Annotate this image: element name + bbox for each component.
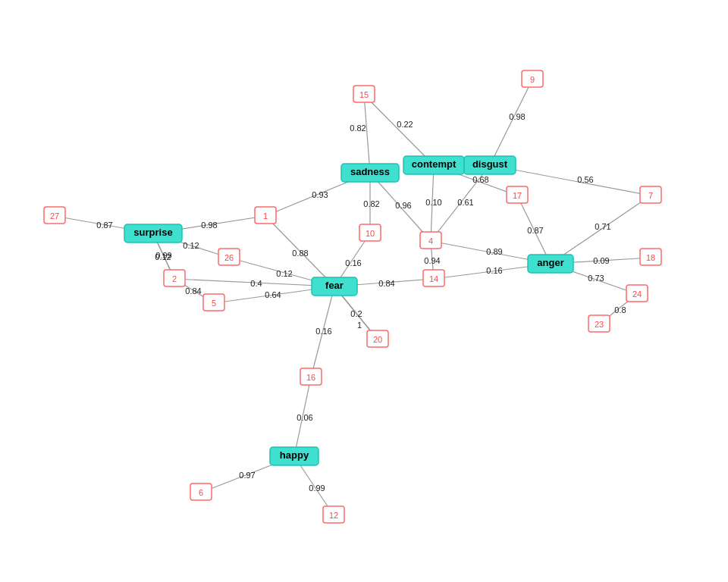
svg-text:0.88: 0.88 [292, 249, 308, 258]
svg-text:disgust: disgust [472, 158, 508, 170]
svg-text:contempt: contempt [412, 158, 457, 170]
svg-text:0.98: 0.98 [201, 221, 217, 230]
svg-text:0.89: 0.89 [486, 247, 502, 256]
svg-text:1: 1 [357, 321, 362, 330]
svg-text:0.22: 0.22 [397, 120, 413, 129]
graph-svg: 0.980.820.220.560.680.870.870.930.820.96… [0, 0, 728, 582]
svg-text:10: 10 [366, 229, 375, 238]
svg-text:6: 6 [199, 488, 203, 497]
svg-text:0.87: 0.87 [96, 221, 112, 230]
svg-text:0.73: 0.73 [588, 274, 604, 283]
svg-text:9: 9 [530, 75, 535, 84]
svg-text:0.16: 0.16 [315, 327, 331, 336]
svg-text:1: 1 [263, 211, 268, 221]
svg-text:0.12: 0.12 [155, 252, 171, 261]
svg-text:0.84: 0.84 [185, 286, 201, 296]
svg-text:0.56: 0.56 [577, 175, 593, 184]
svg-text:15: 15 [359, 90, 369, 99]
svg-text:12: 12 [329, 511, 338, 520]
svg-text:0.82: 0.82 [350, 124, 366, 133]
svg-text:0.68: 0.68 [472, 175, 488, 184]
svg-text:0.96: 0.96 [395, 201, 411, 210]
svg-text:23: 23 [595, 320, 604, 329]
svg-text:0.61: 0.61 [457, 198, 473, 207]
svg-text:0.06: 0.06 [297, 413, 312, 422]
svg-text:16: 16 [306, 373, 315, 382]
svg-text:0.99: 0.99 [309, 483, 325, 493]
svg-text:4: 4 [428, 236, 433, 246]
svg-text:27: 27 [50, 211, 59, 221]
svg-text:sadness: sadness [350, 166, 390, 177]
svg-text:26: 26 [224, 253, 234, 262]
svg-text:0.4: 0.4 [250, 279, 262, 288]
svg-text:0.16: 0.16 [486, 266, 502, 275]
svg-line-1 [364, 95, 370, 173]
svg-text:0.12: 0.12 [276, 269, 292, 278]
svg-text:0.2: 0.2 [350, 309, 362, 318]
svg-text:24: 24 [632, 289, 642, 299]
svg-text:0.10: 0.10 [425, 198, 441, 207]
svg-line-2 [364, 95, 434, 165]
svg-text:0.71: 0.71 [595, 222, 610, 231]
svg-text:18: 18 [646, 253, 655, 262]
svg-text:0.16: 0.16 [345, 258, 361, 268]
svg-text:0.64: 0.64 [265, 290, 281, 299]
svg-text:0.82: 0.82 [363, 199, 379, 208]
svg-text:anger: anger [537, 257, 563, 268]
svg-text:17: 17 [513, 191, 522, 200]
svg-text:0.98: 0.98 [509, 112, 525, 121]
svg-text:0.09: 0.09 [593, 256, 609, 265]
svg-text:0.84: 0.84 [378, 279, 394, 288]
svg-line-0 [490, 80, 532, 165]
svg-text:0.12: 0.12 [183, 241, 199, 250]
svg-text:0.93: 0.93 [312, 190, 328, 199]
svg-text:happy: happy [280, 449, 309, 461]
svg-text:7: 7 [648, 191, 653, 200]
svg-text:0.94: 0.94 [424, 256, 440, 265]
svg-text:0.8: 0.8 [614, 305, 626, 314]
svg-text:0.97: 0.97 [239, 471, 255, 480]
svg-text:fear: fear [325, 280, 344, 291]
chart-container: 0.980.820.220.560.680.870.870.930.820.96… [0, 0, 728, 582]
svg-text:5: 5 [212, 299, 216, 308]
svg-text:0.87: 0.87 [527, 226, 543, 235]
svg-text:14: 14 [429, 274, 438, 283]
svg-text:2: 2 [172, 274, 177, 283]
svg-text:20: 20 [373, 335, 382, 344]
svg-text:surprise: surprise [133, 227, 172, 238]
